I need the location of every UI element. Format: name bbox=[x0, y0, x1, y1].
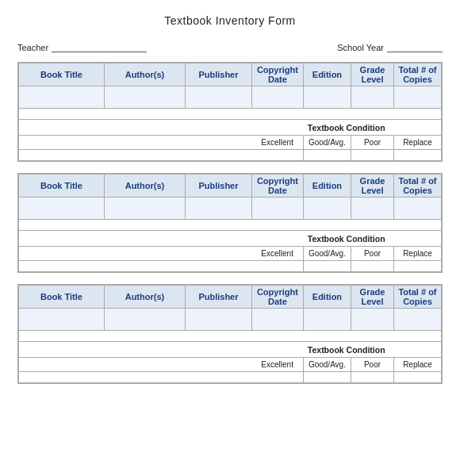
school-year-label: School Year bbox=[337, 43, 384, 52]
book-title-cell[interactable] bbox=[19, 198, 105, 220]
bottom-excellent[interactable] bbox=[251, 261, 303, 272]
condition-spacer bbox=[19, 231, 252, 247]
grade-header: GradeLevel bbox=[351, 286, 393, 309]
inventory-block-3: Book Title Author(s) Publisher Copyright… bbox=[17, 284, 443, 384]
edition-header: Edition bbox=[303, 175, 351, 198]
header-row: Book Title Author(s) Publisher Copyright… bbox=[19, 175, 442, 198]
publisher-header: Publisher bbox=[185, 175, 251, 198]
authors-cell[interactable] bbox=[104, 309, 185, 331]
grade-cell[interactable] bbox=[351, 86, 393, 109]
inventory-table-1: Book Title Author(s) Publisher Copyright… bbox=[18, 63, 442, 161]
poor-cell: Poor bbox=[351, 358, 393, 372]
excellent-cell: Excellent bbox=[251, 247, 303, 261]
school-year-input-line[interactable] bbox=[387, 41, 443, 52]
page-title: Textbook Inventory Form bbox=[17, 14, 443, 27]
empty-right-1 bbox=[251, 331, 441, 342]
publisher-cell[interactable] bbox=[185, 198, 251, 220]
bottom-poor[interactable] bbox=[351, 372, 393, 383]
inventory-table-3: Book Title Author(s) Publisher Copyright… bbox=[18, 285, 442, 383]
header-row: Book Title Author(s) Publisher Copyright… bbox=[19, 63, 442, 86]
bottom-excellent[interactable] bbox=[251, 150, 303, 161]
data-row-empty bbox=[19, 109, 442, 120]
copyright-cell[interactable] bbox=[251, 86, 303, 109]
total-header: Total # ofCopies bbox=[393, 63, 441, 86]
poor-cell: Poor bbox=[351, 136, 393, 150]
replace-cell: Replace bbox=[393, 136, 441, 150]
total-cell[interactable] bbox=[393, 198, 441, 220]
condition-label-row: Textbook Condition bbox=[19, 231, 442, 247]
inventory-block-1: Book Title Author(s) Publisher Copyright… bbox=[17, 62, 443, 162]
copyright-header: CopyrightDate bbox=[251, 175, 303, 198]
copyright-cell[interactable] bbox=[251, 198, 303, 220]
grade-header: GradeLevel bbox=[351, 175, 393, 198]
inventory-table-2: Book Title Author(s) Publisher Copyright… bbox=[18, 174, 442, 272]
bottom-good[interactable] bbox=[303, 150, 351, 161]
bottom-excellent[interactable] bbox=[251, 372, 303, 383]
bottom-good[interactable] bbox=[303, 372, 351, 383]
authors-cell[interactable] bbox=[104, 86, 185, 109]
inventory-block-2: Book Title Author(s) Publisher Copyright… bbox=[17, 173, 443, 273]
publisher-header: Publisher bbox=[185, 286, 251, 309]
data-row-empty bbox=[19, 220, 442, 231]
total-cell[interactable] bbox=[393, 309, 441, 331]
condition-cols-row: Excellent Good/Avg. Poor Replace bbox=[19, 247, 442, 261]
header-row: Book Title Author(s) Publisher Copyright… bbox=[19, 286, 442, 309]
edition-header: Edition bbox=[303, 63, 351, 86]
condition-bottom-row bbox=[19, 372, 442, 383]
grade-cell[interactable] bbox=[351, 309, 393, 331]
bottom-replace[interactable] bbox=[393, 372, 441, 383]
bottom-poor[interactable] bbox=[351, 150, 393, 161]
excellent-cell: Excellent bbox=[251, 136, 303, 150]
good-avg-cell: Good/Avg. bbox=[303, 247, 351, 261]
data-row-1 bbox=[19, 198, 442, 220]
empty-right-1 bbox=[251, 220, 441, 231]
bottom-spacer bbox=[19, 372, 252, 383]
edition-header: Edition bbox=[303, 286, 351, 309]
bottom-good[interactable] bbox=[303, 261, 351, 272]
poor-cell: Poor bbox=[351, 247, 393, 261]
condition-bottom-row bbox=[19, 261, 442, 272]
publisher-header: Publisher bbox=[185, 63, 251, 86]
inventory-blocks-container: Book Title Author(s) Publisher Copyright… bbox=[17, 62, 443, 384]
edition-cell[interactable] bbox=[303, 86, 351, 109]
bottom-spacer bbox=[19, 261, 252, 272]
copyright-header: CopyrightDate bbox=[251, 286, 303, 309]
authors-header: Author(s) bbox=[104, 286, 185, 309]
edition-cell[interactable] bbox=[303, 198, 351, 220]
excellent-cell: Excellent bbox=[251, 358, 303, 372]
empty-right-1 bbox=[251, 109, 441, 120]
book-title-cell[interactable] bbox=[19, 309, 105, 331]
bottom-replace[interactable] bbox=[393, 150, 441, 161]
total-header: Total # ofCopies bbox=[393, 175, 441, 198]
school-year-field: School Year bbox=[337, 41, 443, 52]
bottom-spacer bbox=[19, 150, 252, 161]
data-row-1 bbox=[19, 309, 442, 331]
condition-bottom-row bbox=[19, 150, 442, 161]
grade-header: GradeLevel bbox=[351, 63, 393, 86]
condition-cols-row: Excellent Good/Avg. Poor Replace bbox=[19, 136, 442, 150]
edition-cell[interactable] bbox=[303, 309, 351, 331]
authors-header: Author(s) bbox=[104, 175, 185, 198]
teacher-input-line[interactable] bbox=[52, 41, 147, 52]
publisher-cell[interactable] bbox=[185, 86, 251, 109]
condition-label-row: Textbook Condition bbox=[19, 342, 442, 358]
condition-label-row: Textbook Condition bbox=[19, 120, 442, 136]
total-cell[interactable] bbox=[393, 86, 441, 109]
book-title-cell[interactable] bbox=[19, 86, 105, 109]
empty-left-1 bbox=[19, 109, 252, 120]
publisher-cell[interactable] bbox=[185, 309, 251, 331]
grade-cell[interactable] bbox=[351, 198, 393, 220]
copyright-cell[interactable] bbox=[251, 309, 303, 331]
data-row-empty bbox=[19, 331, 442, 342]
total-header: Total # ofCopies bbox=[393, 286, 441, 309]
teacher-field: Teacher bbox=[17, 41, 147, 52]
condition-label-cell: Textbook Condition bbox=[251, 231, 441, 247]
bottom-replace[interactable] bbox=[393, 261, 441, 272]
good-avg-cell: Good/Avg. bbox=[303, 136, 351, 150]
authors-cell[interactable] bbox=[104, 198, 185, 220]
bottom-poor[interactable] bbox=[351, 261, 393, 272]
authors-header: Author(s) bbox=[104, 63, 185, 86]
good-avg-cell: Good/Avg. bbox=[303, 358, 351, 372]
cond-spacer-1 bbox=[19, 247, 252, 261]
condition-label-cell: Textbook Condition bbox=[251, 342, 441, 358]
